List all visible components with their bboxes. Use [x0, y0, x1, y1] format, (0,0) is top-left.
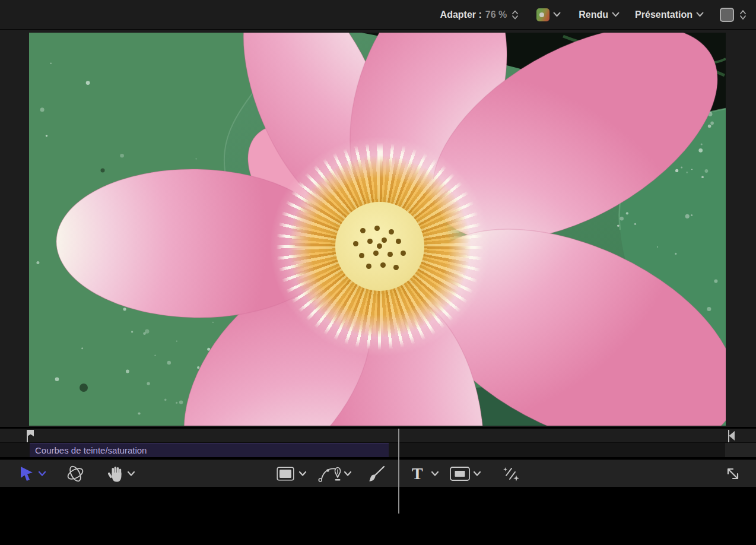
- rectangle-shape-icon: [277, 467, 294, 481]
- rectangle-mask-tool[interactable]: [450, 460, 470, 487]
- viewer-canvas[interactable]: [0, 30, 756, 427]
- pen-tool-dropdown[interactable]: [344, 460, 352, 487]
- expand-diagonal-icon: [724, 465, 742, 483]
- bezier-pen-icon: [318, 465, 344, 483]
- rectangle-shape-tool[interactable]: [277, 460, 294, 487]
- motion-window: Adapter : 76 % Rendu Présentation: [0, 0, 756, 545]
- chevron-down-icon: [553, 12, 561, 17]
- timeline-track[interactable]: Courbes de teinte/saturation: [0, 443, 756, 457]
- select-arrow-icon: [19, 465, 34, 482]
- chevron-down-icon: [344, 471, 352, 477]
- seed-pod-dots: [377, 243, 382, 249]
- view-menu[interactable]: Présentation: [635, 9, 704, 20]
- stepper-up-down-icon[interactable]: [512, 9, 519, 20]
- color-gradient-swatch-icon[interactable]: [536, 8, 549, 21]
- select-transform-tool[interactable]: [19, 460, 34, 487]
- pan-tool[interactable]: [108, 460, 125, 487]
- select-tool-dropdown[interactable]: [38, 460, 46, 487]
- playhead[interactable]: [398, 429, 399, 514]
- range-end-marker-icon[interactable]: [722, 429, 737, 443]
- bezier-pen-tool[interactable]: [318, 460, 344, 487]
- paint-stroke-tool[interactable]: [368, 460, 386, 487]
- pan-tool-dropdown[interactable]: [127, 460, 135, 487]
- hand-icon: [108, 465, 125, 483]
- chevron-down-icon: [612, 12, 620, 17]
- layout-control[interactable]: [719, 7, 747, 23]
- shape-tool-dropdown[interactable]: [298, 460, 307, 487]
- chevron-down-icon: [127, 471, 135, 477]
- lotus-photo[interactable]: [29, 33, 726, 426]
- mask-tool-dropdown[interactable]: [473, 460, 481, 487]
- viewer-toolbar: Adapter : 76 % Rendu Présentation: [0, 0, 756, 30]
- adjust-item-tool[interactable]: [502, 460, 520, 487]
- color-channel-menu[interactable]: [536, 8, 561, 21]
- chevron-down-icon: [431, 471, 439, 477]
- text-tool-icon: T: [411, 465, 425, 483]
- chevron-down-icon: [473, 471, 481, 477]
- zoom-value[interactable]: 76 %: [485, 9, 507, 20]
- expand-timing-button[interactable]: [724, 460, 742, 487]
- stepper-up-down-icon[interactable]: [739, 9, 747, 21]
- view-menu-label: Présentation: [635, 9, 693, 20]
- timeline-clip[interactable]: Courbes de teinte/saturation: [30, 443, 389, 457]
- rectangle-mask-icon: [450, 467, 470, 481]
- render-menu-label: Rendu: [579, 9, 608, 20]
- zoom-label: Adapter :: [440, 9, 482, 20]
- timeline-ruler[interactable]: [0, 429, 756, 443]
- chevron-down-icon: [298, 471, 307, 477]
- zoom-control[interactable]: Adapter : 76 %: [440, 9, 519, 20]
- adjust-sparkle-icon: [502, 465, 520, 483]
- chevron-down-icon: [38, 471, 46, 477]
- transform-3d-tool[interactable]: [65, 460, 85, 487]
- svg-text:T: T: [412, 465, 423, 483]
- text-tool[interactable]: T: [411, 460, 425, 487]
- chevron-down-icon: [696, 12, 704, 17]
- text-tool-dropdown[interactable]: [431, 460, 439, 487]
- paintbrush-icon: [368, 465, 386, 483]
- canvas-toolbar: T: [0, 459, 756, 487]
- track-after-end: [725, 443, 756, 457]
- clip-label: Courbes de teinte/saturation: [35, 445, 147, 455]
- layout-square-icon[interactable]: [719, 7, 735, 23]
- range-start-marker-icon[interactable]: [23, 429, 36, 443]
- render-menu[interactable]: Rendu: [579, 9, 620, 20]
- orbit-3d-icon: [65, 464, 85, 484]
- lotus-seed-pod: [335, 202, 424, 291]
